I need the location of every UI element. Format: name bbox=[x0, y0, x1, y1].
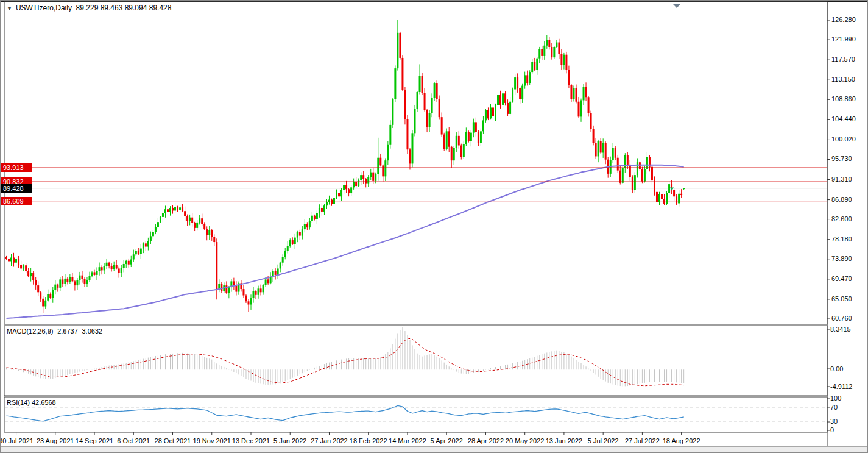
candle bbox=[654, 180, 655, 192]
candle bbox=[482, 120, 484, 131]
candle bbox=[617, 158, 619, 171]
candle bbox=[666, 193, 668, 204]
candle bbox=[150, 236, 152, 241]
price-axis-label: 82.600 bbox=[831, 215, 852, 223]
candle bbox=[451, 147, 453, 160]
candle bbox=[431, 98, 433, 113]
candle bbox=[375, 174, 376, 181]
candle bbox=[86, 280, 88, 284]
candle bbox=[439, 99, 440, 117]
candle bbox=[140, 249, 142, 254]
candle bbox=[343, 185, 345, 190]
candle bbox=[242, 289, 244, 295]
candle bbox=[443, 135, 445, 149]
candle bbox=[294, 238, 296, 244]
candle bbox=[76, 280, 78, 285]
candle bbox=[470, 133, 472, 141]
time-axis-label: 18 Aug 2022 bbox=[657, 437, 706, 444]
collapse-arrow-icon[interactable]: ▼ bbox=[7, 5, 12, 12]
candle bbox=[441, 117, 443, 134]
candle bbox=[389, 125, 391, 145]
candle bbox=[96, 271, 98, 275]
candle bbox=[668, 184, 670, 193]
candle bbox=[299, 232, 301, 236]
candle bbox=[106, 263, 108, 266]
candle bbox=[372, 173, 374, 181]
candle bbox=[8, 259, 10, 261]
candle bbox=[600, 141, 602, 153]
candle bbox=[260, 288, 262, 292]
candle bbox=[302, 229, 303, 235]
price-axis-label: 121.990 bbox=[831, 35, 856, 43]
candle bbox=[292, 240, 294, 244]
candle bbox=[54, 285, 56, 290]
candle bbox=[49, 294, 51, 298]
candle bbox=[446, 131, 448, 149]
candle bbox=[473, 122, 475, 132]
candle bbox=[287, 246, 289, 251]
rsi-indicator-label: RSI(14) 42.6568 bbox=[7, 399, 56, 406]
candle bbox=[392, 99, 393, 125]
candle bbox=[417, 92, 418, 109]
candle bbox=[245, 296, 247, 302]
candle bbox=[536, 59, 538, 70]
candle bbox=[541, 49, 543, 56]
macd-indicator-label: MACD(12,26,9) -2.6737 -3.0632 bbox=[7, 327, 102, 335]
candle bbox=[507, 103, 509, 114]
price-axis-label: 108.860 bbox=[831, 95, 856, 102]
candle bbox=[546, 40, 548, 46]
macd-panel-frame bbox=[4, 326, 827, 396]
candle bbox=[211, 230, 213, 237]
rsi-axis-label: 70 bbox=[830, 404, 838, 411]
candle bbox=[590, 113, 592, 129]
candle bbox=[83, 279, 85, 284]
candle bbox=[186, 216, 188, 221]
candle bbox=[338, 193, 340, 196]
candle bbox=[130, 259, 132, 264]
candle bbox=[174, 207, 176, 210]
candle bbox=[201, 218, 203, 224]
price-chart-canvas[interactable] bbox=[1, 1, 868, 453]
candle bbox=[348, 189, 350, 193]
candle bbox=[225, 285, 227, 293]
price-axis-label: 113.150 bbox=[831, 76, 855, 83]
macd-axis-label: 8.3415 bbox=[830, 326, 851, 333]
candle bbox=[160, 217, 161, 222]
candle bbox=[116, 265, 118, 268]
candle bbox=[360, 175, 362, 180]
candle bbox=[661, 194, 663, 199]
candle bbox=[358, 180, 359, 186]
scroll-position-marker-icon[interactable] bbox=[672, 4, 681, 8]
candle bbox=[487, 110, 489, 118]
candle bbox=[203, 224, 205, 229]
candle bbox=[615, 148, 616, 157]
candle bbox=[580, 100, 582, 116]
candle bbox=[213, 237, 215, 242]
candle bbox=[15, 259, 17, 263]
candle bbox=[583, 87, 585, 100]
candle bbox=[512, 90, 513, 102]
candle bbox=[529, 72, 531, 83]
candle bbox=[23, 265, 24, 268]
candle bbox=[37, 285, 39, 292]
candle bbox=[463, 144, 465, 157]
candle bbox=[162, 213, 164, 217]
candle bbox=[362, 175, 364, 179]
candle bbox=[30, 273, 32, 276]
candle bbox=[370, 173, 372, 177]
main-panel-frame bbox=[4, 2, 827, 324]
candle bbox=[169, 208, 171, 212]
candle bbox=[10, 257, 12, 261]
candle bbox=[595, 143, 597, 156]
chart-title: ▼USWTIzero,Daily 89.229 89.463 89.094 89… bbox=[7, 4, 171, 12]
candle bbox=[47, 294, 49, 300]
candle bbox=[411, 133, 413, 163]
rsi-axis-label: 0 bbox=[830, 426, 834, 433]
candle bbox=[504, 93, 506, 103]
candle bbox=[309, 221, 311, 227]
candle bbox=[355, 182, 357, 186]
candle bbox=[353, 182, 355, 187]
candle bbox=[632, 177, 633, 190]
candle bbox=[275, 271, 277, 275]
candle bbox=[502, 93, 504, 105]
